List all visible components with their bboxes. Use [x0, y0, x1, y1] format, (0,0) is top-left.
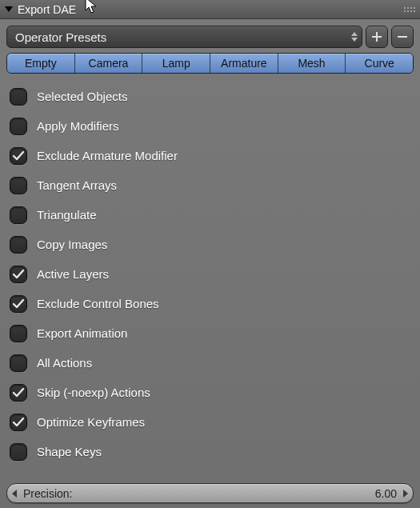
type-button-label: Lamp: [162, 57, 190, 70]
option-checkbox[interactable]: [10, 384, 27, 402]
option-label: Optimize Keyframes: [37, 415, 145, 429]
option-checkbox[interactable]: [10, 118, 27, 135]
type-button-label: Mesh: [298, 57, 325, 70]
option-label: Export Animation: [37, 326, 127, 340]
type-button-empty[interactable]: Empty: [7, 54, 75, 73]
export-options-list: Selected ObjectsApply ModifiersExclude A…: [6, 82, 414, 466]
type-button-mesh[interactable]: Mesh: [278, 54, 346, 73]
type-button-curve[interactable]: Curve: [346, 54, 413, 73]
add-preset-button[interactable]: [366, 26, 388, 48]
dropdown-handle-icon: [350, 29, 359, 45]
option-row: Exclude Control Bones: [10, 289, 414, 318]
option-row: Triangulate: [10, 200, 414, 230]
precision-label: Precision:: [23, 487, 72, 500]
option-label: Shape Keys: [37, 445, 102, 458]
minus-icon: [397, 31, 408, 42]
type-button-lamp[interactable]: Lamp: [142, 54, 210, 73]
option-label: All Actions: [37, 356, 92, 370]
option-row: Skip (-noexp) Actions: [10, 378, 414, 407]
option-row: Copy Images: [10, 230, 414, 259]
option-label: Copy Images: [37, 238, 107, 251]
option-row: Export Animation: [10, 318, 414, 348]
option-label: Active Layers: [37, 267, 109, 281]
increment-arrow-icon[interactable]: [403, 490, 408, 498]
checkmark-icon: [12, 416, 25, 429]
export-dae-panel: Export DAE Operator Presets: [0, 0, 420, 508]
option-checkbox[interactable]: [10, 414, 27, 431]
panel-header[interactable]: Export DAE: [0, 0, 420, 19]
checkmark-icon: [12, 298, 25, 310]
type-button-armature[interactable]: Armature: [210, 54, 278, 73]
option-checkbox[interactable]: [10, 88, 27, 106]
option-checkbox[interactable]: [10, 147, 27, 165]
option-label: Exclude Armature Modifier: [37, 149, 178, 162]
precision-field[interactable]: Precision: 6.00: [6, 483, 414, 503]
panel-title: Export DAE: [18, 3, 76, 16]
remove-preset-button[interactable]: [391, 26, 414, 48]
checkmark-icon: [12, 386, 25, 399]
type-button-label: Armature: [221, 57, 267, 70]
option-checkbox[interactable]: [10, 177, 27, 194]
option-checkbox[interactable]: [10, 295, 27, 313]
collapse-triangle-icon[interactable]: [5, 6, 13, 12]
option-row: Selected Objects: [10, 82, 414, 111]
checkmark-icon: [12, 150, 25, 162]
mouse-cursor-icon: [85, 0, 98, 14]
panel-content: Operator Presets EmptyCameraLampAr: [0, 19, 420, 466]
option-label: Triangulate: [37, 208, 97, 222]
precision-row: Precision: 6.00: [6, 483, 414, 503]
option-checkbox[interactable]: [10, 325, 27, 342]
option-checkbox[interactable]: [10, 354, 27, 372]
option-label: Tangent Arrays: [37, 178, 117, 192]
option-row: Apply Modifiers: [10, 111, 414, 141]
svg-rect-2: [398, 36, 407, 38]
option-checkbox[interactable]: [10, 266, 27, 283]
type-button-label: Curve: [365, 57, 394, 70]
svg-rect-1: [372, 36, 382, 38]
operator-presets-dropdown[interactable]: Operator Presets: [6, 26, 362, 48]
preset-row: Operator Presets: [6, 26, 414, 48]
option-checkbox[interactable]: [10, 236, 27, 254]
option-label: Skip (-noexp) Actions: [37, 386, 150, 399]
type-button-label: Camera: [89, 57, 129, 70]
option-row: Active Layers: [10, 259, 414, 289]
option-checkbox[interactable]: [10, 206, 27, 224]
option-row: All Actions: [10, 348, 414, 378]
option-row: Exclude Armature Modifier: [10, 141, 414, 170]
option-checkbox[interactable]: [10, 443, 27, 461]
precision-value: 6.00: [375, 487, 397, 500]
option-row: Tangent Arrays: [10, 170, 414, 200]
object-type-filter: EmptyCameraLampArmatureMeshCurve: [6, 53, 414, 74]
plus-icon: [371, 31, 382, 42]
option-row: Shape Keys: [10, 437, 414, 466]
checkmark-icon: [12, 268, 25, 281]
preset-label: Operator Presets: [15, 30, 106, 44]
option-label: Selected Objects: [37, 90, 127, 103]
option-label: Exclude Control Bones: [37, 297, 159, 310]
option-label: Apply Modifiers: [37, 119, 119, 133]
panel-drag-grip-icon[interactable]: [404, 7, 415, 12]
decrement-arrow-icon[interactable]: [12, 490, 17, 498]
type-button-camera[interactable]: Camera: [75, 54, 143, 73]
type-button-label: Empty: [25, 57, 57, 70]
option-row: Optimize Keyframes: [10, 407, 414, 437]
